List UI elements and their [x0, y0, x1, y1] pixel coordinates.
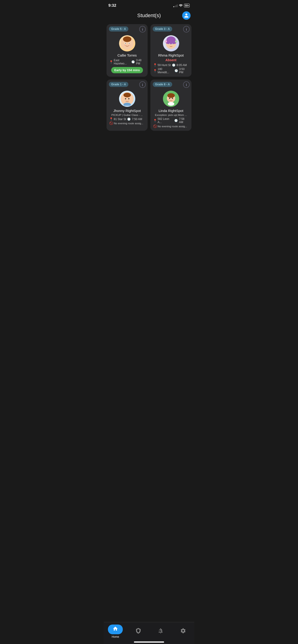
svg-point-7 [129, 45, 130, 46]
route-row-jhonny-1: 📍 81 Star St 🕐 7:50 AM [109, 117, 145, 121]
student-card-linda[interactable]: Grade 8 - A i Linda RightSpot Exception:… [150, 80, 191, 131]
svg-point-4 [125, 43, 126, 44]
early-badge-callie: Early by 154 mins [111, 67, 143, 73]
info-button-linda[interactable]: i [183, 81, 190, 88]
no-route-linda: 🚫 No evening route assig... [153, 124, 189, 128]
student-card-rhma[interactable]: Grade 3 - A i Rhma RightSp [150, 24, 191, 77]
header: Student(s) [104, 10, 194, 22]
no-route-icon: 🚫 [109, 122, 113, 125]
student-card-jhonny[interactable]: Grade 1 - A i Jhonny RightSpot PICKUP | … [107, 80, 148, 131]
page-title: Student(s) [137, 12, 161, 18]
clock-icon: 🕐 [175, 69, 178, 72]
grade-badge-callie: Grade 5 - A [109, 26, 128, 32]
student-name-callie: Callie Torres [117, 53, 137, 57]
status-time: 9:32 [108, 3, 116, 8]
svg-point-6 [124, 45, 126, 46]
info-button-jhonny[interactable]: i [139, 81, 146, 88]
no-route-jhonny: 🚫 No evening route assig... [109, 122, 145, 125]
svg-point-30 [168, 99, 170, 100]
svg-point-18 [172, 44, 173, 44]
route-row-rhma-2: 📍 180 Meredit... 🕐 3:50 PM [153, 68, 189, 74]
student-card-callie[interactable]: Grade 5 - A i Callie Torres 📍 Eas [107, 24, 148, 77]
no-route-icon: 🚫 [153, 124, 157, 128]
wifi-icon [179, 4, 183, 8]
absent-label-rhma: Absent [165, 58, 176, 62]
pin-icon: 📍 [153, 119, 157, 122]
svg-point-12 [165, 41, 166, 42]
svg-point-23 [128, 98, 129, 100]
svg-point-27 [168, 102, 174, 106]
avatar-jhonny [119, 91, 135, 107]
svg-point-1 [123, 36, 131, 42]
status-icons: 59 [173, 4, 190, 8]
svg-point-14 [176, 41, 177, 42]
avatar-rhma [163, 35, 179, 52]
grade-badge-jhonny: Grade 1 - A [109, 82, 128, 87]
svg-point-20 [123, 93, 131, 97]
grade-badge-rhma: Grade 3 - A [153, 26, 172, 32]
avatar-linda [163, 91, 179, 107]
route-row-callie-1: 📍 East Hazelwo... 🕐 3:48 PM [109, 59, 145, 65]
route-row-rhma-1: 📍 59 Hunt St 🕐 8:05 AM [153, 63, 189, 67]
student-name-rhma: Rhma RightSpot [158, 53, 184, 57]
route-info-linda: 📍 582 Leon A... 🕐 7:58 AM 🚫 No evening r… [153, 117, 189, 128]
clock-icon: 🕐 [174, 119, 178, 122]
profile-avatar[interactable] [182, 11, 191, 20]
svg-point-26 [167, 93, 175, 98]
route-info-jhonny: 📍 81 Star St 🕐 7:50 AM 🚫 No evening rout… [109, 117, 145, 125]
svg-point-10 [166, 42, 176, 44]
signal-icon [173, 4, 178, 7]
clock-icon: 🕐 [131, 60, 135, 64]
avatar-callie [119, 35, 135, 52]
svg-point-28 [169, 98, 170, 99]
pickup-text-linda: Exception: pick up| Mom ... [155, 114, 187, 116]
route-info-rhma: 📍 59 Hunt St 🕐 8:05 AM 📍 180 Meredit... … [153, 63, 189, 74]
student-name-linda: Linda RightSpot [159, 109, 183, 113]
svg-point-31 [172, 99, 174, 100]
svg-point-17 [169, 44, 170, 44]
grade-badge-linda: Grade 8 - A [153, 82, 172, 87]
pin-icon: 📍 [109, 60, 113, 64]
student-grid: Grade 5 - A i Callie Torres 📍 Eas [104, 22, 194, 132]
battery-icon: 59 [184, 4, 190, 8]
pin-icon: 📍 [109, 117, 113, 121]
clock-icon: 🕐 [127, 118, 131, 121]
status-bar: 9:32 59 [104, 0, 194, 10]
svg-point-29 [172, 98, 173, 99]
pickup-text-jhonny: PICKUP | Guitar Class - ... [111, 114, 143, 116]
route-info-callie: 📍 East Hazelwo... 🕐 3:48 PM [109, 59, 145, 65]
info-button-callie[interactable]: i [139, 26, 146, 32]
pin-icon: 📍 [153, 69, 157, 72]
svg-point-5 [129, 43, 130, 44]
svg-point-22 [125, 98, 126, 100]
pin-icon: 📍 [153, 63, 157, 67]
clock-icon: 🕐 [172, 64, 175, 67]
info-button-rhma[interactable]: i [183, 26, 190, 32]
route-row-linda-1: 📍 582 Leon A... 🕐 7:58 AM [153, 117, 189, 124]
student-name-jhonny: Jhonny RightSpot [113, 109, 141, 113]
